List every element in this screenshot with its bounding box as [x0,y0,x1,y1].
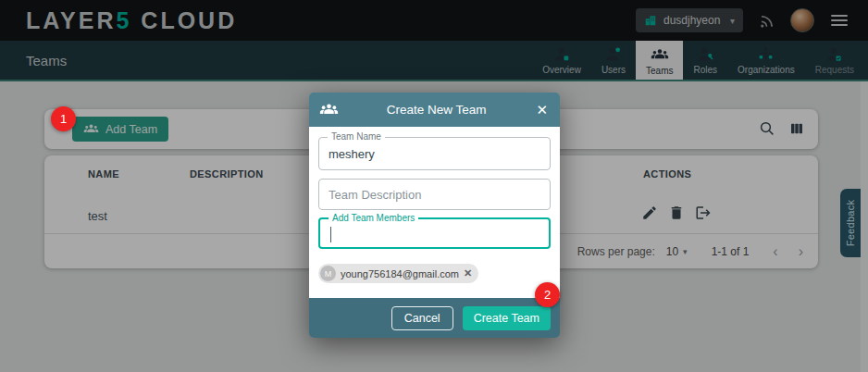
add-team-members-input[interactable] [320,219,549,247]
modal-title: Create New Team [339,103,534,117]
member-email: young756184@gmail.com [341,268,459,279]
modal-header: Create New Team ✕ [309,93,560,127]
text-cursor [330,227,331,242]
modal-body: Team Name Add Team Members M young756184… [309,127,560,298]
modal-footer: Cancel Create Team [309,298,560,338]
team-name-field: Team Name [318,137,551,170]
close-icon[interactable]: ✕ [534,102,550,118]
add-team-members-label: Add Team Members [329,213,418,223]
member-chip: M young756184@gmail.com ✕ [318,264,478,283]
app-root: LAYER5CLOUD dusdjhyeon ▾ Teams Overview … [0,0,868,372]
chip-remove-icon[interactable]: ✕ [464,267,472,279]
add-team-members-field: Add Team Members [318,217,551,249]
member-avatar: M [320,266,336,281]
team-description-input[interactable] [319,180,550,209]
step-2-annotation-badge: 2 [535,282,560,307]
step-1-annotation-badge: 1 [51,106,76,131]
cancel-button[interactable]: Cancel [391,306,453,330]
team-description-field [318,179,551,210]
team-name-input[interactable] [319,138,550,169]
team-name-label: Team Name [328,131,385,142]
create-team-button[interactable]: Create Team [463,306,551,330]
create-new-team-modal: Create New Team ✕ Team Name Add Team Mem… [309,93,560,338]
group-icon [319,100,339,119]
